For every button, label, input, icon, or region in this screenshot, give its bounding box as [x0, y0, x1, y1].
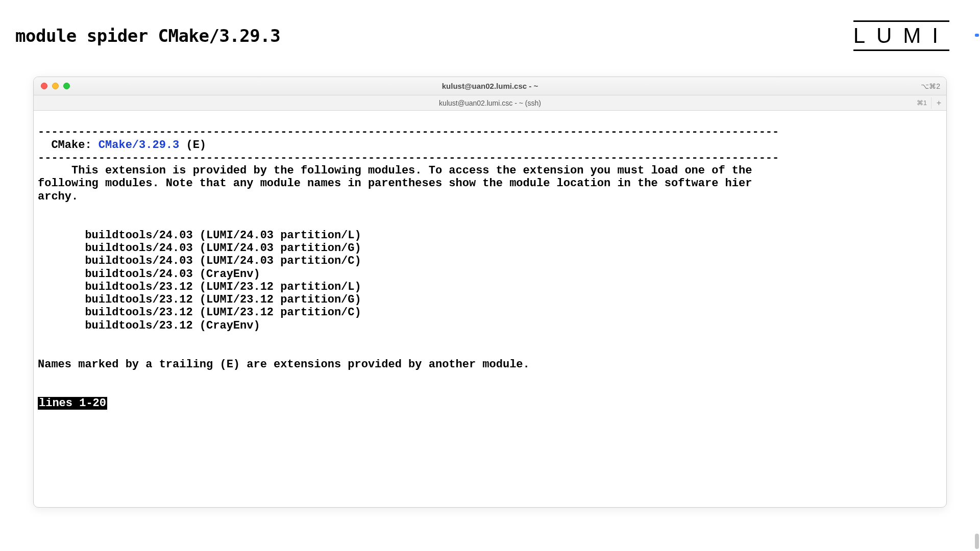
close-icon[interactable] — [41, 83, 47, 89]
module-header-label: CMake: — [38, 139, 99, 152]
module-version: CMake/3.29.3 — [99, 139, 179, 152]
module-list-item: buildtools/23.12 (LUMI/23.12 partition/L… — [38, 281, 361, 293]
extension-footnote: Names marked by a trailing (E) are exten… — [38, 358, 530, 371]
window-titlebar: kulust@uan02.lumi.csc - ~ ⌥⌘2 — [34, 77, 946, 95]
divider-line: ----------------------------------------… — [38, 126, 779, 138]
module-list-item: buildtools/24.03 (LUMI/24.03 partition/G… — [38, 242, 361, 255]
add-tab-button[interactable]: + — [931, 97, 942, 109]
terminal-window: kulust@uan02.lumi.csc - ~ ⌥⌘2 kulust@uan… — [33, 77, 947, 508]
module-suffix: (E) — [179, 139, 206, 152]
module-list-item: buildtools/24.03 (LUMI/24.03 partition/C… — [38, 255, 361, 267]
module-list-item: buildtools/23.12 (CrayEnv) — [38, 319, 260, 332]
divider-line: ----------------------------------------… — [38, 152, 779, 164]
module-list-item: buildtools/24.03 (LUMI/24.03 partition/L… — [38, 229, 361, 242]
page-title: module spider CMake/3.29.3 — [15, 26, 280, 46]
module-description: This extension is provided by the follow… — [38, 164, 752, 203]
tab-shortcut-label: ⌘1 — [917, 99, 927, 107]
window-shortcut-label: ⌥⌘2 — [921, 82, 940, 90]
module-list-item: buildtools/23.12 (LUMI/23.12 partition/G… — [38, 293, 361, 306]
window-title: kulust@uan02.lumi.csc - ~ — [34, 82, 946, 90]
terminal-body[interactable]: ----------------------------------------… — [34, 111, 946, 507]
module-list-item: buildtools/24.03 (CrayEnv) — [38, 268, 260, 281]
tab-bar: kulust@uan02.lumi.csc - ~ (ssh) ⌘1 + — [34, 95, 946, 111]
lumi-logo: LUMI — [853, 20, 949, 51]
zoom-icon[interactable] — [63, 83, 70, 89]
traffic-lights — [34, 83, 70, 89]
module-list-item: buildtools/23.12 (LUMI/23.12 partition/C… — [38, 306, 361, 319]
minimize-icon[interactable] — [52, 83, 59, 89]
pager-status: lines 1-20 — [38, 397, 107, 410]
tab-title[interactable]: kulust@uan02.lumi.csc - ~ (ssh) — [34, 99, 946, 107]
